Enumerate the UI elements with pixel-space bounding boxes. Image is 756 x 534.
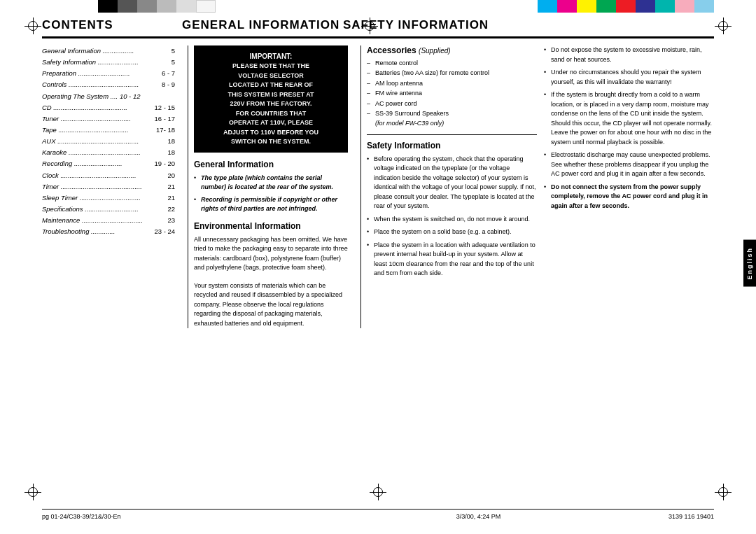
right-col-content: Do not expose the system to excessive mo… <box>544 45 714 211</box>
toc-page-timer: 21 <box>167 181 175 192</box>
color-swatch-white <box>196 0 216 13</box>
accessories-supplied: (Supplied) <box>419 47 451 55</box>
crosshair-top-right <box>715 17 732 34</box>
color-swatch-black <box>98 0 118 13</box>
bottom-bar: pg 01-24/C38-39/21&/30-En 3/3/00, 4:24 P… <box>42 509 714 520</box>
toc-page-general-info: 5 <box>172 45 175 57</box>
important-line9: SWITCH ON THE SYSTEM. <box>201 137 341 147</box>
toc-label-aux: AUX ....................................… <box>42 136 139 147</box>
right-bullet-5: Do not connect the system from the power… <box>544 183 714 211</box>
toc-item: Timer ..................................… <box>42 181 175 192</box>
env-info-content-2: Your system consists of materials which … <box>194 281 348 329</box>
toc-page-clock: 20 <box>167 170 175 181</box>
toc-label-preparation: Preparation ............................ <box>42 68 130 79</box>
toc-label-cd: CD .....................................… <box>42 102 127 113</box>
toc-label-controls: Controls ...............................… <box>42 79 139 90</box>
color-swatch-lighter <box>176 0 196 13</box>
toc-item: Operating The System .... 10 - 12 <box>42 91 175 102</box>
accessories-label: Accessories <box>367 45 416 55</box>
accessories-title: Accessories (Supplied) <box>367 45 537 55</box>
general-info-title: General Information <box>194 160 348 169</box>
accessory-item-5: AC power cord <box>367 99 537 108</box>
english-sidebar: English <box>743 240 756 287</box>
color-swatch-dark <box>118 0 137 13</box>
safety-bullet-3: Place the system on a solid base (e.g. a… <box>367 227 537 237</box>
important-line7: OPERATE AT 110V, PLEASE <box>201 118 341 128</box>
important-line1: PLEASE NOTE THAT THE <box>201 62 341 71</box>
color-swatch-red <box>616 0 636 13</box>
divider-2 <box>360 45 361 328</box>
safety-bullet-4: Place the system in a location with adeq… <box>367 241 537 279</box>
toc-item: Sleep Timer ............................… <box>42 192 175 204</box>
toc-label-recording: Recording .......................... <box>42 158 122 169</box>
toc-page-sleep-timer: 21 <box>167 192 175 204</box>
accessory-item-2: Batteries (two AA size) for remote contr… <box>367 68 537 78</box>
crosshair-bot-left <box>24 484 41 500</box>
main-content: CONTENTS GENERAL INFORMATION SAFETY INFO… <box>0 13 756 328</box>
important-line8: ADJUST TO 110V BEFORE YOU <box>201 128 341 138</box>
toc-label-specifications: Specifications .........................… <box>42 204 139 215</box>
toc-page-maintenance: 23 <box>167 215 175 226</box>
general-info-content: The type plate (which contains the seria… <box>194 174 348 214</box>
crosshair-bot-mid <box>370 484 386 500</box>
toc-item: Recording .......................... 19 … <box>42 158 175 169</box>
toc-label-troubleshooting: Troubleshooting ............. <box>42 226 115 237</box>
color-swatch-green <box>596 0 616 13</box>
toc-label-operating: Operating The System .... 10 - 12 <box>42 91 140 102</box>
safety-info-content: Before operating the system, check that … <box>367 155 537 279</box>
bottom-date: 3/3/00, 4:24 PM <box>456 513 501 520</box>
toc-label-general-info: General Information ................. <box>42 45 134 57</box>
accessories-list: Remote control Batteries (two AA size) f… <box>367 58 537 135</box>
header-safety: SAFETY INFORMATION <box>343 18 714 32</box>
toc-item: Karaoke ................................… <box>42 147 175 158</box>
toc-item: General Information ................. 5 <box>42 45 175 57</box>
bottom-right-text: 3139 116 19401 <box>668 513 714 520</box>
toc-page-recording: 19 - 20 <box>154 158 175 169</box>
toc-label-sleep-timer: Sleep Timer ............................… <box>42 192 141 204</box>
accessory-item-6: SS-39 Surround Speakers(for model FW-C39… <box>367 108 537 129</box>
toc-label-safety: Safety Information .....................… <box>42 57 139 68</box>
toc-label-clock: Clock ..................................… <box>42 170 136 181</box>
toc-label-tuner: Tuner ..................................… <box>42 113 131 125</box>
important-line3: LOCATED AT THE REAR OF <box>201 80 341 90</box>
color-swatch-yellow <box>577 0 596 13</box>
color-swatch-cyan <box>538 0 557 13</box>
toc-item: Troubleshooting ............. 23 - 24 <box>42 226 175 237</box>
right-bullet-4: Electrostatic discharge may cause unexpe… <box>544 150 714 179</box>
important-line6: FOR COUNTRIES THAT <box>201 109 341 119</box>
accessory-item-1: Remote control <box>367 58 537 68</box>
toc-item: Preparation ............................… <box>42 68 175 79</box>
important-line5: 220V FROM THE FACTORY. <box>201 99 341 109</box>
important-title: IMPORTANT: <box>201 51 341 62</box>
top-color-bar <box>0 0 756 13</box>
toc-label-maintenance: Maintenance ............................… <box>42 215 143 226</box>
toc-page-safety: 5 <box>172 57 175 68</box>
header-contents: CONTENTS <box>42 18 182 32</box>
env-info-title: Environmental Information <box>194 221 348 231</box>
toc-page-troubleshooting: 23 - 24 <box>154 226 175 237</box>
toc-page-tape: 17- 18 <box>156 125 175 136</box>
color-bar-right <box>538 0 714 13</box>
header-general: GENERAL INFORMATION <box>182 18 343 32</box>
toc-label-tape: Tape ...................................… <box>42 125 129 136</box>
right-bullet-1: Do not expose the system to excessive mo… <box>544 45 714 64</box>
env-info-content-1: All unnecessary packaging has been omitt… <box>194 235 348 273</box>
crosshair-bot-right <box>715 484 732 500</box>
crosshair-top-left <box>24 17 41 34</box>
toc-page-tuner: 16 - 17 <box>154 113 175 125</box>
accessory-item-4: FM wire antenna <box>367 88 537 98</box>
toc-item: Controls ...............................… <box>42 79 175 90</box>
safety-sub-right: Do not expose the system to excessive mo… <box>544 45 714 328</box>
important-line4: THIS SYSTEM IS PRESET AT <box>201 90 341 100</box>
header-row: CONTENTS GENERAL INFORMATION SAFETY INFO… <box>42 13 714 38</box>
toc-page-aux: 18 <box>167 136 175 147</box>
color-bar-left <box>98 0 216 13</box>
safety-info-title: Safety Information <box>367 141 537 150</box>
toc-page-controls: 8 - 9 <box>162 79 175 90</box>
col-general: IMPORTANT: PLEASE NOTE THAT THE VOLTAGE … <box>194 45 355 328</box>
col-safety: Accessories (Supplied) Remote control Ba… <box>367 45 714 328</box>
important-box: IMPORTANT: PLEASE NOTE THAT THE VOLTAGE … <box>194 45 348 153</box>
toc-item: AUX ....................................… <box>42 136 175 147</box>
toc-item: Specifications .........................… <box>42 204 175 215</box>
general-info-bullet-2: Recording is permissible if copyright or… <box>194 195 348 214</box>
